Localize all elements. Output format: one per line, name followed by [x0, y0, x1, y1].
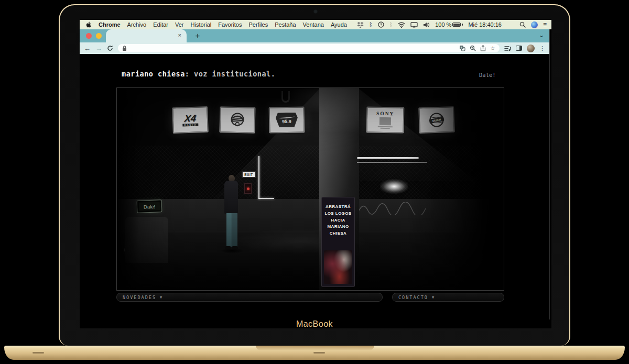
novedades-label: NOVEDADES — [123, 295, 156, 300]
spotlight-search-icon[interactable] — [519, 21, 526, 28]
menubar-item-ventana[interactable]: Ventana — [303, 21, 324, 28]
chevron-down-icon: ▼ — [160, 295, 163, 300]
screen-mirroring-icon[interactable] — [410, 22, 418, 28]
novedades-menu[interactable]: NOVEDADES ▼ — [116, 293, 383, 302]
volume-icon[interactable] — [423, 22, 430, 28]
poster-line: HACIA — [322, 217, 354, 224]
sony-logo: SONY — [376, 111, 395, 117]
macbook-screen: Chrome Archivo Editar Ver Historial Favo… — [80, 20, 551, 328]
menubar-clock[interactable]: Mié 18:40:16 — [468, 21, 502, 28]
man-silhouette — [223, 175, 241, 252]
logo-sign-crest-badge[interactable] — [219, 106, 255, 134]
menubar-item-chrome[interactable]: Chrome — [99, 21, 121, 28]
tab-close-icon[interactable]: × — [178, 32, 181, 38]
macbook-label: MacBook — [60, 319, 569, 329]
macos-menubar: Chrome Archivo Editar Ver Historial Favo… — [80, 20, 551, 29]
tab-search-chevron-icon[interactable]: ⌄ — [539, 31, 544, 39]
address-bar[interactable]: ☆ — [118, 44, 500, 52]
menubar-item-ver[interactable]: Ver — [175, 21, 184, 28]
chrome-menu-icon[interactable]: ⋮ — [539, 45, 545, 52]
page-viewport: mariano chiesa: voz institucional. Dale! — [80, 54, 549, 319]
logo-sign-x4-radio[interactable]: X4 RADIO — [172, 106, 209, 134]
chrome-tabstrip: × + ⌄ — [80, 29, 549, 42]
contacto-label: CONTACTO — [398, 295, 428, 300]
battery-icon — [452, 23, 461, 27]
poster-line: CHIESA — [322, 230, 354, 237]
poster-collage — [324, 250, 352, 284]
man-jacket — [224, 181, 238, 214]
lock-icon[interactable] — [122, 46, 127, 51]
man-jeans — [232, 213, 237, 247]
exit-sign: EXIT — [242, 171, 256, 178]
macbook-lid-bezel: Chrome Archivo Editar Ver Historial Favo… — [59, 4, 570, 346]
battery-percent-label: 100 % — [435, 21, 451, 28]
side-panel-icon[interactable] — [516, 46, 522, 51]
instruction-poster: ARRASTRÁ LOS LOGOS HACIA MARIANO CHIESA — [321, 197, 355, 287]
dropbox-icon[interactable] — [357, 22, 364, 28]
x4-logo: X4 — [184, 114, 197, 124]
man-jeans — [226, 213, 232, 247]
door-buzzer — [244, 183, 252, 194]
menubar-item-pestana[interactable]: Pestaña — [275, 21, 296, 28]
bookmark-star-icon[interactable]: ☆ — [490, 45, 495, 52]
dale-wall-sign: Dale! — [137, 200, 162, 213]
logo-sign-sony[interactable]: SONY — [366, 106, 405, 133]
dale-link[interactable]: Dale! — [479, 72, 496, 78]
forward-button[interactable]: → — [95, 45, 102, 52]
time-machine-icon[interactable] — [378, 21, 384, 28]
chrome-window: × + ⌄ ← → — [80, 29, 550, 319]
media-controls-icon[interactable] — [504, 46, 511, 51]
poster-line: LOS LOGOS — [322, 211, 354, 217]
bluetooth-secondary-icon[interactable]: ᛒ — [389, 22, 393, 28]
menubar-item-editar[interactable]: Editar — [153, 21, 168, 28]
translate-icon[interactable] — [459, 45, 465, 51]
share-icon[interactable] — [480, 45, 486, 51]
browser-tab[interactable]: × — [106, 29, 187, 42]
zoom-icon[interactable] — [470, 45, 476, 51]
x4-logo-sub: RADIO — [182, 123, 198, 126]
door-frame-light — [258, 198, 274, 199]
apple-menu-icon[interactable] — [86, 21, 92, 28]
car-headlight-glow — [380, 179, 408, 194]
poster-line: ARRASTRÁ — [322, 204, 354, 211]
street-scene: X4 RADIO — [116, 87, 504, 291]
siri-icon[interactable] — [531, 21, 538, 28]
site-brand-suffix: : voz institucional. — [185, 70, 276, 78]
reload-button[interactable] — [107, 45, 113, 51]
logo-sign-95-9[interactable]: 95.9 — [269, 106, 305, 133]
wifi-icon[interactable] — [398, 22, 405, 28]
bluetooth-icon[interactable]: ᛒ — [369, 22, 373, 28]
webcam-icon — [313, 9, 318, 14]
radio-95-9-logo: 95.9 — [276, 113, 298, 128]
poster-line: MARIANO — [322, 224, 354, 230]
crest-logo — [230, 112, 246, 129]
door-frame-light — [258, 156, 259, 199]
menubar-item-ayuda[interactable]: Ayuda — [331, 21, 347, 28]
window-minimize-button[interactable] — [96, 33, 102, 39]
back-button[interactable]: ← — [84, 45, 91, 52]
control-center-icon[interactable]: ≡ — [543, 21, 546, 28]
site-title: mariano chiesa: voz institucional. — [122, 70, 275, 78]
profile-avatar[interactable] — [527, 45, 535, 52]
menubar-item-archivo[interactable]: Archivo — [127, 21, 147, 28]
menubar-item-perfiles[interactable]: Perfiles — [249, 21, 268, 28]
chevron-down-icon: ▼ — [432, 295, 435, 300]
sony-artwork — [379, 117, 391, 125]
macbook-mockup: Chrome Archivo Editar Ver Historial Favo… — [0, 0, 629, 364]
macbook-hinge — [256, 346, 374, 350]
menubar-item-historial[interactable]: Historial — [191, 21, 212, 28]
site-brand: mariano chiesa — [122, 70, 185, 78]
contacto-menu[interactable]: CONTACTO ▼ — [392, 293, 504, 302]
chrome-toolbar: ← → — [80, 42, 549, 54]
radio-frequency-label: 95.9 — [282, 119, 291, 124]
new-tab-button[interactable]: + — [193, 31, 202, 40]
battery-indicator[interactable]: 100 % — [435, 21, 463, 28]
menubar-item-favoritos[interactable]: Favoritos — [218, 21, 242, 28]
window-close-button[interactable] — [86, 33, 92, 39]
wall-pipe — [281, 91, 290, 103]
